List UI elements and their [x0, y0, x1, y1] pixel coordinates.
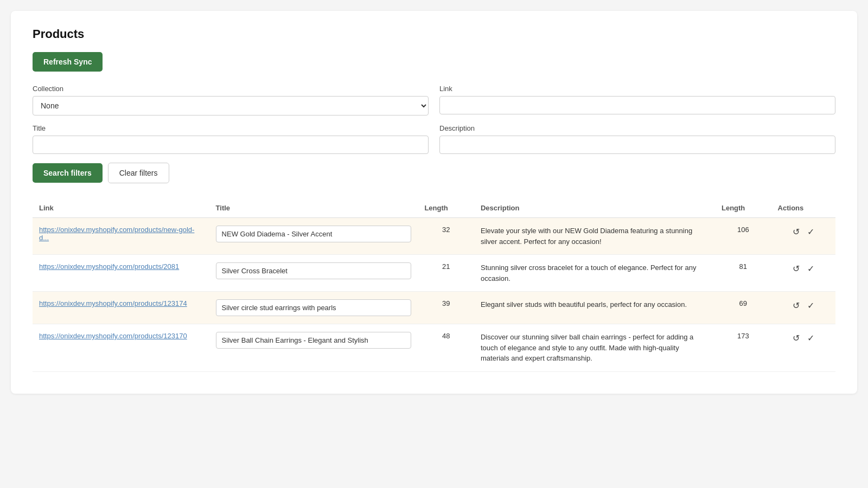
actions-container: ↺✓	[778, 226, 829, 238]
description-length: 173	[715, 324, 771, 372]
table-row: https://onixdev.myshopify.com/products/2…	[33, 255, 835, 292]
description-text: Elegant silver studs with beautiful pear…	[481, 300, 687, 309]
actions-cell: ↺✓	[771, 324, 835, 372]
actions-container: ↺✓	[778, 332, 829, 344]
refresh-icon-button[interactable]: ↺	[790, 262, 802, 275]
col-header-title: Title	[209, 198, 418, 218]
filter-row-1: Collection None Link	[33, 85, 835, 115]
link-filter-group: Link	[439, 85, 835, 115]
length-value: 173	[737, 332, 749, 340]
confirm-icon-button[interactable]: ✓	[805, 332, 816, 344]
actions-cell: ↺✓	[771, 292, 835, 324]
filter-row-2: Title Description	[33, 124, 835, 154]
actions-cell: ↺✓	[771, 255, 835, 292]
title-filter-group: Title	[33, 124, 429, 154]
actions-cell: ↺✓	[771, 218, 835, 255]
table-header: Link Title Length Description Length Act…	[33, 198, 835, 218]
description-length: 69	[715, 292, 771, 324]
title-field[interactable]	[216, 226, 412, 242]
title-field[interactable]	[216, 299, 412, 316]
title-field[interactable]	[216, 332, 412, 349]
confirm-icon-button[interactable]: ✓	[805, 226, 816, 238]
table-body: https://onixdev.myshopify.com/products/n…	[33, 218, 835, 372]
filter-button-row: Search filters Clear filters	[33, 163, 835, 183]
actions-container: ↺✓	[778, 299, 829, 312]
length-value: 106	[737, 226, 749, 234]
length-value: 39	[442, 299, 450, 307]
link-input[interactable]	[439, 96, 835, 114]
table-row: https://onixdev.myshopify.com/products/n…	[33, 218, 835, 255]
page-wrapper: Products Refresh Sync Collection None Li…	[11, 11, 857, 394]
confirm-icon-button[interactable]: ✓	[805, 299, 816, 312]
length-value: 69	[739, 299, 747, 307]
products-table: Link Title Length Description Length Act…	[33, 198, 835, 372]
col-header-length2: Length	[715, 198, 771, 218]
description-text: Stunning silver cross bracelet for a tou…	[481, 264, 696, 282]
col-header-description: Description	[474, 198, 715, 218]
product-link[interactable]: https://onixdev.myshopify.com/products/1…	[39, 299, 187, 307]
title-length: 48	[418, 324, 474, 372]
title-input[interactable]	[33, 136, 429, 154]
length-value: 81	[739, 262, 747, 271]
description-cell: Stunning silver cross bracelet for a tou…	[474, 255, 715, 292]
description-length: 106	[715, 218, 771, 255]
link-label: Link	[439, 85, 835, 93]
title-label: Title	[33, 124, 429, 132]
description-cell: Elegant silver studs with beautiful pear…	[474, 292, 715, 324]
length-value: 32	[442, 226, 450, 234]
refresh-icon-button[interactable]: ↺	[790, 332, 802, 344]
table-row: https://onixdev.myshopify.com/products/1…	[33, 292, 835, 324]
title-length: 21	[418, 255, 474, 292]
product-link[interactable]: https://onixdev.myshopify.com/products/2…	[39, 262, 179, 271]
description-cell: Discover our stunning silver ball chain …	[474, 324, 715, 372]
confirm-icon-button[interactable]: ✓	[805, 262, 816, 275]
collection-select[interactable]: None	[33, 96, 429, 115]
collection-filter-group: Collection None	[33, 85, 429, 115]
product-link[interactable]: https://onixdev.myshopify.com/products/n…	[39, 226, 194, 242]
clear-filters-button[interactable]: Clear filters	[108, 163, 169, 183]
description-input[interactable]	[439, 136, 835, 154]
length-value: 48	[442, 332, 450, 340]
collection-label: Collection	[33, 85, 429, 93]
title-length: 32	[418, 218, 474, 255]
title-field[interactable]	[216, 262, 412, 279]
col-header-length1: Length	[418, 198, 474, 218]
refresh-sync-button[interactable]: Refresh Sync	[33, 52, 103, 72]
description-label: Description	[439, 124, 835, 132]
search-filters-button[interactable]: Search filters	[33, 163, 103, 183]
col-header-actions: Actions	[771, 198, 835, 218]
description-filter-group: Description	[439, 124, 835, 154]
length-value: 21	[442, 262, 450, 271]
col-header-link: Link	[33, 198, 209, 218]
product-link[interactable]: https://onixdev.myshopify.com/products/1…	[39, 332, 187, 340]
refresh-icon-button[interactable]: ↺	[790, 299, 802, 312]
refresh-icon-button[interactable]: ↺	[790, 226, 802, 238]
description-text: Discover our stunning silver ball chain …	[481, 333, 693, 362]
description-cell: Elevate your style with our NEW Gold Dia…	[474, 218, 715, 255]
description-length: 81	[715, 255, 771, 292]
description-text: Elevate your style with our NEW Gold Dia…	[481, 227, 692, 246]
title-length: 39	[418, 292, 474, 324]
actions-container: ↺✓	[778, 262, 829, 275]
table-row: https://onixdev.myshopify.com/products/1…	[33, 324, 835, 372]
page-title: Products	[33, 27, 835, 41]
